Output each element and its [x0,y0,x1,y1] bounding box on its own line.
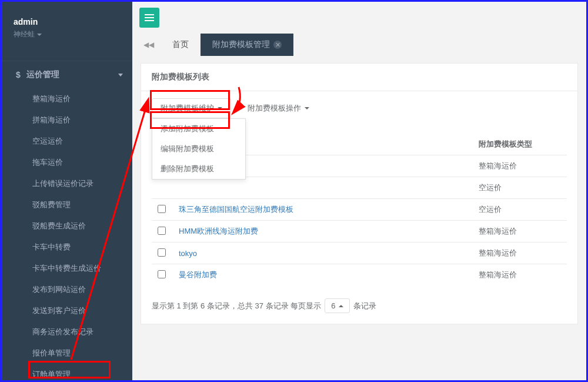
row-checkbox[interactable] [158,248,166,257]
double-chevron-left-icon: ◀◀ [143,41,154,49]
nav-section-label: 运价管理 [26,69,59,80]
table-row: HMM欧洲线海运附加费 整箱海运价 [152,221,567,243]
tab-home[interactable]: 首页 [161,34,201,56]
sidebar-user-name: 神经蛙 [14,29,35,39]
chevron-down-icon [118,74,123,77]
page-size-select[interactable]: 6 [325,298,350,313]
pager: 显示第 1 到第 6 条记录，总共 37 条记录 每页显示 6 条记录 [141,293,577,324]
caret-down-icon [37,34,42,36]
sidebar-item[interactable]: 驳船费管理 [2,194,132,215]
sidebar-item[interactable]: 驳船费生成运价 [2,215,132,237]
sidebar-item[interactable]: 整箱海运价 [2,88,132,109]
tabs-collapse-button[interactable]: ◀◀ [137,34,161,56]
maintain-button[interactable]: 附加费模板维护 [152,98,231,118]
content-panel: 附加费模板列表 附加费模板维护 添加附加费模板 编辑附加费模板 删除附加费模板 … [141,63,578,324]
sidebar-item[interactable]: 拖车运价 [2,152,132,173]
row-type: 整箱海运价 [473,264,567,286]
main: ◀◀ 首页 附加费模板管理 ✕ 附加费模板列表 附加费模板维护 添加附加费模板 … [132,2,586,380]
row-checkbox[interactable] [158,270,166,278]
pager-text-prefix: 显示第 1 到第 6 条记录，总共 37 条记录 每页显示 [152,301,321,311]
hamburger-button[interactable] [139,8,159,28]
hamburger-icon [145,12,154,23]
sidebar-admin-label: admin [14,17,121,26]
maintain-dropdown: 添加附加费模板 编辑附加费模板 删除附加费模板 [152,118,246,180]
row-checkbox[interactable] [158,205,166,213]
tab-active-label: 附加费模板管理 [212,39,270,50]
sidebar-item[interactable]: 报价单管理 [2,343,132,364]
panel-body: 附加费模板维护 添加附加费模板 编辑附加费模板 删除附加费模板 附加费模板操作 [141,91,577,293]
row-name[interactable] [173,177,473,199]
row-name[interactable]: 曼谷附加费 [173,264,473,286]
table-row: 曼谷附加费 整箱海运价 [152,264,567,286]
tab-home-label: 首页 [172,39,189,50]
tabbar: ◀◀ 首页 附加费模板管理 ✕ [132,34,586,56]
close-icon[interactable]: ✕ [273,41,282,49]
dropdown-item-edit[interactable]: 编辑附加费模板 [152,139,245,159]
row-name[interactable]: tokyo [173,243,473,264]
row-type: 整箱海运价 [473,155,567,177]
dropdown-item-add[interactable]: 添加附加费模板 [152,119,245,139]
operate-button[interactable]: 附加费模板操作 [239,99,318,118]
sidebar-header: admin 神经蛙 [2,2,132,43]
row-name[interactable]: 珠三角至德国国航空运附加费模板 [173,199,473,221]
caret-down-icon [218,107,222,109]
row-type: 整箱海运价 [473,243,567,264]
sidebar-item[interactable]: 拼箱海运价 [2,109,132,131]
nav-section-title[interactable]: $ 运价管理 [2,61,132,88]
row-type: 空运价 [473,177,567,199]
topbar [132,2,586,34]
operate-btn-group: 附加费模板操作 [239,99,318,118]
caret-down-icon [305,107,309,109]
sidebar-user-dropdown[interactable]: 神经蛙 [14,29,42,39]
nav-sub-list: 整箱海运价 拼箱海运价 空运运价 拖车运价 上传错误运价记录 驳船费管理 驳船费… [2,88,132,380]
maintain-button-label: 附加费模板维护 [161,103,214,114]
tab-active[interactable]: 附加费模板管理 ✕ [201,34,293,56]
table-row: tokyo 整箱海运价 [152,243,567,264]
pager-text-suffix: 条记录 [353,301,376,311]
nav-section: $ 运价管理 整箱海运价 拼箱海运价 空运运价 拖车运价 上传错误运价记录 驳船… [2,61,132,380]
panel-title: 附加费模板列表 [141,64,577,91]
sidebar-item[interactable]: 上传错误运价记录 [2,173,132,194]
page-size-value: 6 [331,301,335,310]
dropdown-item-delete[interactable]: 删除附加费模板 [152,159,245,179]
sidebar-item[interactable]: 发送到客户运价 [2,300,132,321]
sidebar-item[interactable]: 空运运价 [2,131,132,152]
sidebar: admin 神经蛙 $ 运价管理 整箱海运价 拼箱海运价 空运运价 拖车运价 上… [2,2,132,380]
col-type: 附加费模板类型 [473,134,567,155]
sidebar-item[interactable]: 商务运价发布记录 [2,321,132,343]
caret-up-icon [339,305,343,307]
sidebar-item[interactable]: 发布到网站运价 [2,279,132,300]
row-checkbox[interactable] [158,227,166,235]
table-row: 空运价 [152,177,567,199]
sidebar-item[interactable]: 卡车中转费 [2,237,132,258]
sidebar-item[interactable]: 卡车中转费生成运价 [2,258,132,279]
dollar-icon: $ [16,70,21,79]
operate-button-label: 附加费模板操作 [248,103,301,114]
row-name[interactable]: HMM欧洲线海运附加费 [173,221,473,243]
maintain-btn-group: 附加费模板维护 添加附加费模板 编辑附加费模板 删除附加费模板 [152,98,231,118]
sidebar-item[interactable]: 订舱单管理 [2,364,132,380]
table-row: 珠三角至德国国航空运附加费模板 空运价 [152,199,567,221]
row-type: 空运价 [473,199,567,221]
row-type: 整箱海运价 [473,221,567,243]
